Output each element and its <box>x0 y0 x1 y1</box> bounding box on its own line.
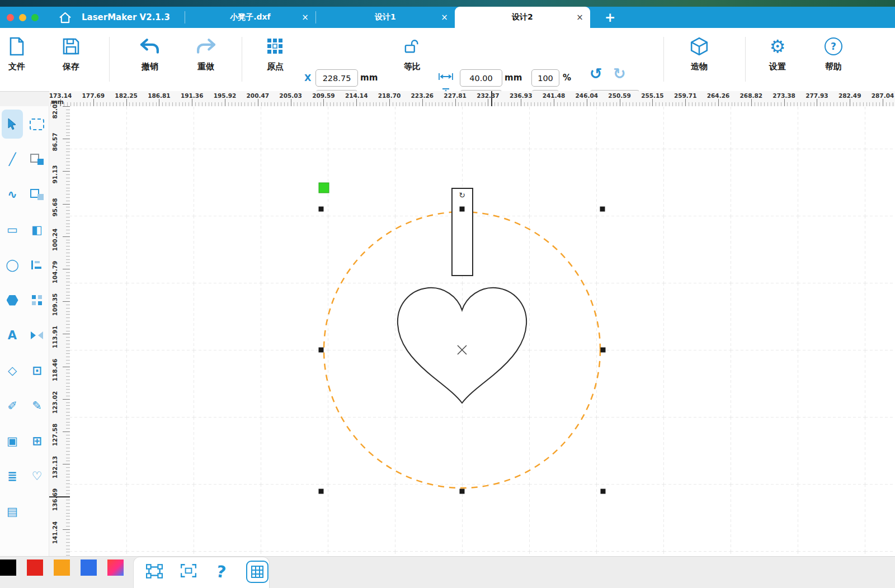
stamp-tool[interactable]: ♡ <box>26 462 48 491</box>
frame-tool-button[interactable] <box>146 564 163 578</box>
h-ruler-label: 191.36 <box>181 92 204 99</box>
fill-shape-tool[interactable]: ◧ <box>26 215 48 244</box>
color-swatch[interactable] <box>27 559 43 576</box>
select-tool[interactable] <box>2 110 23 139</box>
node-edit-tool[interactable]: ✎ <box>26 391 48 420</box>
fit-view-button[interactable] <box>181 564 196 577</box>
curve-tool[interactable]: ∿ <box>2 180 23 209</box>
x-unit-label: mm <box>360 73 378 83</box>
selection-handle-n[interactable] <box>460 207 465 212</box>
weld-shapes-tool[interactable] <box>26 145 48 174</box>
v-ruler-label: 86.57 <box>51 130 58 154</box>
v-ruler-label: 109.35 <box>51 292 58 317</box>
crop-frame-tool[interactable]: ⊡ <box>26 356 48 385</box>
diamond-tool[interactable]: ◇ <box>2 356 23 385</box>
tab-label: 设计2 <box>512 12 533 22</box>
proportional-lock-button[interactable]: 等比 <box>391 35 434 72</box>
tab-close-icon[interactable]: × <box>576 13 583 22</box>
undo-button[interactable]: 撤销 <box>129 35 171 72</box>
save-button[interactable]: 保存 <box>50 35 92 72</box>
rotation-handle[interactable]: ↻ <box>459 191 465 200</box>
marquee-select-tool[interactable] <box>26 110 48 139</box>
tab-2[interactable]: 设计1× <box>316 7 455 28</box>
rotate-cw-button[interactable]: ↻ <box>613 66 626 81</box>
diamond-tool-icon: ◇ <box>8 365 17 377</box>
measure-tool[interactable]: ✐ <box>2 391 23 420</box>
zoom-window-button[interactable] <box>31 14 39 21</box>
toolbar-divider <box>109 37 110 82</box>
ellipse-tool[interactable]: ◯ <box>2 250 23 279</box>
design-canvas[interactable]: ↻ <box>70 106 895 556</box>
file-button[interactable]: 文件 <box>0 35 38 72</box>
polygon-tool[interactable] <box>2 286 23 315</box>
selection-handle-sw[interactable] <box>319 489 324 494</box>
color-swatch[interactable] <box>81 559 97 576</box>
line-tool-icon: ╱ <box>9 154 16 165</box>
unlocked-padlock-icon <box>404 39 421 54</box>
image-tool-icon: ▣ <box>7 435 18 447</box>
mirror-tool[interactable] <box>26 321 48 350</box>
v-ruler-label: 100.24 <box>51 227 58 252</box>
crop-frame-tool-icon: ⊡ <box>32 365 42 377</box>
help-tool-button[interactable]: ? <box>216 564 226 580</box>
tab-close-icon[interactable]: × <box>441 13 448 22</box>
view-tools-panel: ? <box>133 557 270 588</box>
width-percent-input[interactable] <box>531 69 559 87</box>
origin-button[interactable]: 原点 <box>254 35 296 72</box>
rotate-ccw-button[interactable]: ↺ <box>590 66 602 81</box>
line-tool[interactable]: ╱ <box>2 145 23 174</box>
selection-handle-e[interactable] <box>601 348 606 353</box>
minimize-window-button[interactable] <box>19 14 26 21</box>
fill-shape-tool-icon: ◧ <box>31 224 43 236</box>
selection-handle-nw[interactable] <box>319 207 324 212</box>
titlebar: LaserMaker V2.1.3 小凳子.dxf×设计1×设计2×+ <box>0 7 895 28</box>
redo-button[interactable]: 重做 <box>185 35 227 72</box>
text-tool[interactable]: A <box>2 321 23 350</box>
selection-handle-w[interactable] <box>319 348 324 353</box>
app-window: LaserMaker V2.1.3 小凳子.dxf×设计1×设计2×+ 文件 保… <box>0 0 895 588</box>
rectangle-tool[interactable]: ▭ <box>2 215 23 244</box>
layers-tool[interactable]: ≣ <box>2 462 23 491</box>
hanger-rect-shape[interactable] <box>452 188 473 276</box>
v-ruler-label: 136.69 <box>51 487 58 512</box>
tab-close-icon[interactable]: × <box>302 13 309 22</box>
selection-handle-se[interactable] <box>601 489 606 494</box>
help-label: 帮助 <box>825 61 842 72</box>
new-tab-button[interactable]: + <box>605 10 615 25</box>
tab-1[interactable]: 小凳子.dxf× <box>185 7 315 28</box>
h-ruler-label: 250.59 <box>608 92 631 99</box>
gradient-swatch[interactable] <box>107 559 124 576</box>
artboard-tool[interactable]: ▤ <box>2 497 23 526</box>
grid-view-button[interactable] <box>246 561 268 583</box>
width-input[interactable] <box>460 69 502 87</box>
fit-view-icon <box>181 564 196 577</box>
file-label: 文件 <box>8 61 25 72</box>
maker-button[interactable]: 造物 <box>678 35 720 72</box>
selection-handle-ne[interactable] <box>600 207 605 212</box>
tab-3[interactable]: 设计2× <box>455 7 590 28</box>
help-button[interactable]: ? 帮助 <box>812 35 855 72</box>
undo-label: 撤销 <box>142 61 158 72</box>
table-tool[interactable]: ⊞ <box>26 426 48 456</box>
window-controls <box>7 14 39 21</box>
v-ruler-label: 141.24 <box>51 520 58 545</box>
h-ruler-label: 214.14 <box>345 92 368 99</box>
toolbar-divider <box>745 37 746 82</box>
horizontal-ruler[interactable]: 173.14177.69182.25186.81191.36195.92200.… <box>49 91 895 107</box>
distribute-tool[interactable] <box>26 286 48 315</box>
color-swatch[interactable] <box>0 559 16 576</box>
v-ruler-major-ticks <box>63 106 70 556</box>
save-label: 保存 <box>63 61 79 72</box>
image-tool[interactable]: ▣ <box>2 426 23 456</box>
selection-handle-s[interactable] <box>460 489 465 494</box>
x-position-input[interactable] <box>315 69 358 87</box>
settings-button[interactable]: ⚙ 设置 <box>756 35 799 72</box>
vertical-ruler[interactable]: 82.0186.5791.1395.68100.24104.79109.3511… <box>49 106 70 556</box>
settings-label: 设置 <box>769 61 786 72</box>
home-button[interactable] <box>59 12 72 23</box>
duplicate-tool[interactable] <box>26 180 48 209</box>
color-swatch[interactable] <box>54 559 70 576</box>
layers-tool-icon: ≣ <box>7 471 17 482</box>
close-window-button[interactable] <box>7 14 14 21</box>
align-tool[interactable] <box>26 250 48 279</box>
